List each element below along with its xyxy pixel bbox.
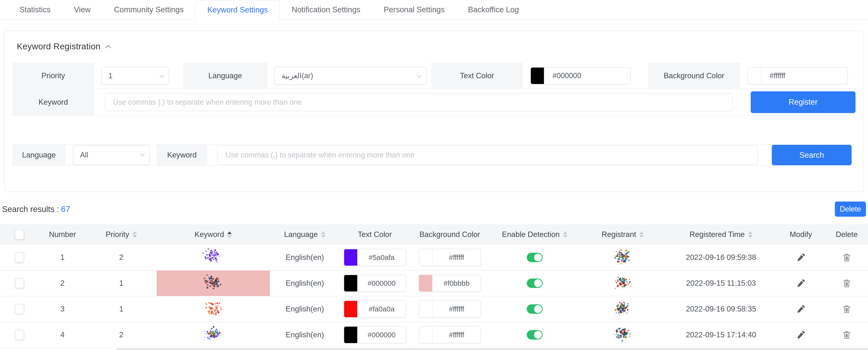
- registered-time-cell: 2022-09-15 11:15:03: [666, 270, 776, 296]
- select-all-checkbox[interactable]: [15, 229, 24, 240]
- chevron-down-icon: [140, 151, 145, 156]
- row-text-color-swatch: [344, 301, 358, 317]
- enable-detection-toggle[interactable]: [527, 330, 543, 340]
- column-label: Modify: [790, 230, 812, 239]
- row-background-color-swatch: [419, 249, 433, 266]
- enable-detection-toggle[interactable]: [527, 304, 543, 314]
- tab-view[interactable]: View: [62, 0, 102, 20]
- sort-arrows-icon: [132, 231, 137, 238]
- trash-icon[interactable]: [842, 304, 851, 314]
- modify-cell: [776, 322, 826, 348]
- search-results-label: Search results :67: [2, 205, 70, 214]
- enable-detection-toggle[interactable]: [527, 253, 543, 262]
- row-text-color-input[interactable]: #5a0afa: [344, 249, 406, 266]
- trash-icon[interactable]: [842, 279, 851, 288]
- row-text-color-input[interactable]: #000000: [344, 274, 406, 292]
- column-label: Text Color: [358, 230, 392, 239]
- background-color-cell: #ffffff: [410, 296, 490, 322]
- trash-icon[interactable]: [842, 253, 851, 262]
- text-color-cell: #5a0afa: [340, 245, 410, 270]
- next-row-partial: [117, 348, 868, 350]
- edit-pencil-icon[interactable]: [796, 304, 805, 314]
- tab-personal-settings[interactable]: Personal Settings: [372, 0, 456, 20]
- trash-icon[interactable]: [842, 330, 851, 340]
- registered-time-cell: 2022-09-16 09:59:38: [666, 245, 776, 270]
- row-background-color-hex: #ffffff: [433, 327, 481, 343]
- chevron-down-icon: [417, 73, 422, 78]
- enable-detection-cell: [490, 245, 580, 270]
- keyword-cell: [157, 322, 270, 348]
- registrant-redacted: [613, 248, 633, 267]
- row-background-color-swatch: [419, 301, 433, 317]
- sort-arrows-icon: [321, 231, 326, 238]
- number-cell: 3: [39, 296, 86, 322]
- number-cell: 1: [39, 245, 86, 270]
- row-checkbox[interactable]: [15, 304, 24, 314]
- column-header-enable-detection[interactable]: Enable Detection: [490, 230, 580, 239]
- register-button[interactable]: Register: [751, 91, 856, 113]
- row-background-color-input[interactable]: #ffffff: [418, 326, 481, 344]
- search-results-text: Search results :: [2, 205, 59, 213]
- edit-pencil-icon[interactable]: [796, 279, 805, 288]
- background-color-input[interactable]: #ffffff: [747, 67, 848, 84]
- sort-arrows-icon: [639, 231, 644, 238]
- bulk-delete-button[interactable]: Delete: [835, 202, 866, 217]
- number-cell: 2: [39, 270, 86, 296]
- row-text-color-input[interactable]: #000000: [344, 326, 406, 344]
- collapse-chevron-up-icon[interactable]: [105, 45, 111, 51]
- column-header-priority[interactable]: Priority: [86, 230, 157, 239]
- row-text-color-input[interactable]: #fa0a0a: [344, 300, 406, 318]
- column-header-modify: Modify: [776, 230, 826, 239]
- row-background-color-swatch: [419, 327, 433, 343]
- column-header-delete: Delete: [826, 230, 868, 239]
- column-label: Keyword: [195, 230, 224, 239]
- row-checkbox[interactable]: [15, 278, 24, 288]
- panel-title: Keyword Registration: [17, 41, 100, 51]
- text-color-swatch[interactable]: [531, 67, 544, 84]
- row-background-color-input[interactable]: #ffffff: [418, 300, 481, 318]
- registrant-cell: [580, 296, 666, 322]
- row-text-color-hex: #000000: [358, 327, 406, 343]
- language-cell: English(en): [270, 322, 340, 348]
- modify-cell: [776, 270, 826, 296]
- column-header-registered-time[interactable]: Registered Time: [666, 230, 776, 239]
- keyword-input[interactable]: [105, 93, 733, 111]
- search-results-count: 67: [61, 205, 70, 213]
- row-background-color-input[interactable]: #f0bbbb: [418, 274, 481, 292]
- column-label: Language: [284, 230, 318, 239]
- column-header-keyword[interactable]: Keyword: [157, 230, 270, 239]
- search-button[interactable]: Search: [772, 145, 851, 165]
- modify-cell: [776, 245, 826, 270]
- text-color-input[interactable]: #000000: [530, 67, 631, 84]
- table-row: 21English(en)#000000#f0bbbb2022-09-15 11…: [0, 270, 868, 296]
- column-header-registrant[interactable]: Registrant: [580, 230, 666, 239]
- priority-select-value: 1: [108, 71, 113, 80]
- row-checkbox[interactable]: [15, 252, 24, 263]
- tab-statistics[interactable]: Statistics: [8, 0, 62, 20]
- language-select[interactable]: العربية(ar): [275, 67, 427, 85]
- priority-select[interactable]: 1: [101, 67, 169, 85]
- column-header-number: Number: [39, 230, 86, 239]
- edit-pencil-icon[interactable]: [796, 253, 805, 262]
- background-color-swatch[interactable]: [748, 67, 761, 84]
- row-checkbox[interactable]: [15, 330, 24, 340]
- search-keyword-input[interactable]: [217, 145, 758, 165]
- search-language-select[interactable]: All: [73, 145, 150, 165]
- edit-pencil-icon[interactable]: [796, 330, 805, 339]
- sort-arrows-icon: [748, 231, 752, 238]
- enable-detection-toggle[interactable]: [527, 279, 543, 288]
- row-text-color-hex: #000000: [358, 275, 406, 291]
- table-row: 12English(en)#5a0afa#ffffff2022-09-16 09…: [0, 245, 868, 270]
- tab-community-settings[interactable]: Community Settings: [102, 0, 195, 20]
- column-header-language[interactable]: Language: [270, 230, 340, 239]
- text-color-cell: #000000: [340, 322, 410, 348]
- tab-keyword-settings[interactable]: Keyword Settings: [195, 0, 280, 20]
- tab-backoffice-log[interactable]: Backoffice Log: [456, 0, 531, 20]
- column-header-text-color: Text Color: [340, 230, 410, 239]
- table-row: 31English(en)#fa0a0a#ffffff2022-09-16 09…: [0, 296, 868, 322]
- table-row: 42English(en)#000000#ffffff2022-09-15 17…: [0, 322, 868, 348]
- tab-notification-settings[interactable]: Notification Settings: [280, 0, 372, 20]
- column-label: Number: [49, 230, 76, 239]
- keyword-results-table: NumberPriorityKeywordLanguageText ColorB…: [0, 224, 868, 348]
- row-background-color-input[interactable]: #ffffff: [418, 249, 481, 266]
